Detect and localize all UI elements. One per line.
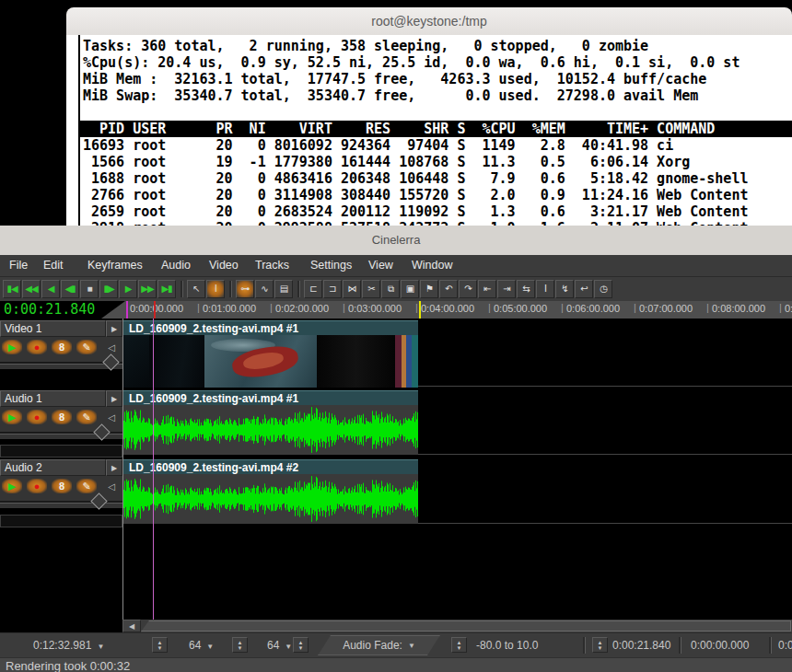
zoom-selection-button[interactable]: Ⅰ bbox=[536, 280, 554, 298]
ruler-label: 0:03:00.000 bbox=[348, 303, 402, 314]
fit-autos-button[interactable]: ⇥ bbox=[497, 280, 516, 298]
track-fade-slider[interactable] bbox=[0, 362, 122, 365]
track-gang-toggle[interactable]: 8 bbox=[52, 479, 72, 493]
terminal-titlebar[interactable]: root@keystone:/tmp bbox=[66, 7, 792, 35]
fast-forward-button[interactable]: ▶▶ bbox=[138, 280, 157, 298]
jump-to-end-button[interactable]: ▶▮ bbox=[157, 280, 176, 298]
playhead-marker[interactable] bbox=[154, 301, 156, 319]
fade-slider-handle[interactable] bbox=[90, 492, 107, 509]
video-clip[interactable]: LD_160909_2.testing-avi.mp4 #1 bbox=[123, 320, 418, 388]
span-keyframes-button[interactable]: ∿ bbox=[255, 280, 274, 298]
undo-icon: ↶ bbox=[445, 284, 451, 294]
audio-clip-2[interactable]: LD_160909_2.testing-avi.mp4 #2 bbox=[123, 459, 418, 524]
selection-start-field[interactable]: 0:00:21.840 bbox=[612, 633, 670, 657]
track-draw-toggle[interactable]: ✎ bbox=[76, 410, 97, 424]
paste-button[interactable]: ▣ bbox=[401, 280, 419, 298]
track-gang-toggle[interactable]: 8 bbox=[52, 410, 72, 424]
timebar-ruler[interactable]: 0:00:00.000|0:01:00.000|0:02:00.000|0:03… bbox=[101, 301, 792, 319]
track-draw-toggle[interactable]: ✎ bbox=[76, 340, 97, 354]
menu-view[interactable]: View bbox=[368, 255, 393, 276]
timeline-hscroll-row: ◀ bbox=[0, 620, 792, 632]
amplitude-zoom-dropdown[interactable]: 64▼ bbox=[189, 633, 214, 657]
menu-audio[interactable]: Audio bbox=[161, 255, 191, 276]
reverse-play-button[interactable]: ◀ bbox=[41, 280, 60, 298]
out-point-button[interactable]: ⊐ bbox=[323, 280, 342, 298]
drag-and-drop-mode-button[interactable]: ↖ bbox=[187, 280, 205, 298]
copy-button[interactable]: ⧉ bbox=[381, 280, 400, 298]
fast-reverse-button[interactable]: ◀◀ bbox=[22, 280, 41, 298]
track-play-toggle[interactable]: ▶ bbox=[2, 479, 22, 493]
timeline-canvas[interactable]: LD_160909_2.testing-avi.mp4 #1 LD_160909… bbox=[123, 319, 792, 620]
fade-slider-handle[interactable] bbox=[93, 423, 110, 440]
track-arm-toggle[interactable]: ● bbox=[27, 410, 47, 424]
menu-settings[interactable]: Settings bbox=[310, 255, 352, 276]
track-arm-toggle[interactable]: ● bbox=[27, 479, 47, 493]
track-draw-toggle[interactable]: ✎ bbox=[76, 479, 97, 493]
track-fade-slider[interactable] bbox=[0, 432, 122, 434]
track-play-toggle[interactable]: ▶ bbox=[2, 340, 22, 354]
cut-button[interactable]: ✂ bbox=[362, 280, 380, 298]
track-arm-toggle[interactable]: ● bbox=[27, 340, 47, 354]
track-mute-toggle[interactable]: ◁ bbox=[101, 340, 122, 354]
lock-labels-button[interactable]: ▤ bbox=[274, 280, 293, 298]
menu-window[interactable]: Window bbox=[412, 255, 452, 276]
mixer-button[interactable]: ↯ bbox=[555, 280, 574, 298]
horizontal-scrollbar[interactable]: ◀ bbox=[122, 620, 792, 632]
ruler-label: 0:00:00.000 bbox=[130, 303, 183, 314]
selection-end-field[interactable]: 0:00:00.000 bbox=[691, 633, 749, 657]
generate-keyframes-button[interactable]: ⊶ bbox=[236, 280, 254, 298]
selection-length-field[interactable]: 0:00 bbox=[778, 633, 792, 657]
fit-selection-button[interactable]: ⇤ bbox=[478, 280, 496, 298]
frame-reverse-button[interactable]: ◀▮ bbox=[61, 280, 79, 298]
attach-transition-button[interactable]: ↩ bbox=[575, 280, 593, 298]
track-height-zoom-tumbler[interactable]: ▲ ▼ bbox=[293, 637, 309, 653]
track-title-input[interactable]: Video 1 bbox=[0, 320, 106, 337]
splice-button[interactable]: ⋈ bbox=[343, 280, 361, 298]
audio-clip-1[interactable]: LD_160909_2.testing-avi.mp4 #1 bbox=[123, 390, 418, 455]
terminal-content[interactable]: Tasks: 360 total, 2 running, 358 sleepin… bbox=[66, 35, 792, 226]
manual-goto-button[interactable]: ◷ bbox=[594, 280, 612, 298]
track-title-expand-button[interactable]: ▶ bbox=[106, 390, 122, 407]
stop-button[interactable]: ■ bbox=[80, 280, 99, 298]
track-play-toggle[interactable]: ▶ bbox=[2, 410, 22, 424]
play-button[interactable]: ▶ bbox=[119, 280, 137, 298]
cut-and-paste-mode-button[interactable]: I bbox=[206, 280, 225, 298]
automation-range-value[interactable]: -80.0 to 10.0 bbox=[476, 633, 538, 657]
scroll-left-button[interactable]: ◀ bbox=[122, 620, 141, 632]
track-title-input[interactable]: Audio 2 bbox=[0, 459, 106, 476]
automation-type-dropdown[interactable]: Audio Fade: ▼ bbox=[318, 635, 440, 655]
menu-edit[interactable]: Edit bbox=[43, 255, 64, 276]
video-thumbnails bbox=[123, 335, 418, 388]
expand-patchbay-button[interactable]: ⇆ bbox=[517, 280, 535, 298]
track-fade-slider[interactable] bbox=[0, 501, 122, 504]
track-title-expand-button[interactable]: ▶ bbox=[106, 459, 122, 476]
undo-button[interactable]: ↶ bbox=[439, 280, 458, 298]
track-mute-toggle[interactable]: ◁ bbox=[101, 410, 122, 424]
toggle-label-button[interactable]: ⚑ bbox=[420, 280, 438, 298]
automation-range-tumbler[interactable]: ▲ ▼ bbox=[451, 637, 467, 653]
frame-reverse-icon: ◀▮ bbox=[64, 284, 75, 294]
rewind-to-start-button[interactable]: ▮◀ bbox=[3, 280, 21, 298]
frame-forward-button[interactable]: ▮▶ bbox=[99, 280, 118, 298]
in-point-button[interactable]: ⊏ bbox=[304, 280, 322, 298]
stop-icon: ■ bbox=[87, 284, 91, 294]
track-title-expand-button[interactable]: ▶ bbox=[106, 320, 122, 337]
menu-keyframes[interactable]: Keyframes bbox=[87, 255, 143, 276]
menu-file[interactable]: File bbox=[9, 255, 28, 276]
duration-zoom-tumbler[interactable]: ▲ ▼ bbox=[152, 637, 168, 653]
track-gang-toggle[interactable]: 8 bbox=[52, 340, 72, 354]
cinelerra-titlebar[interactable]: Cinelerra bbox=[0, 226, 792, 255]
scrollbar-handle[interactable] bbox=[141, 620, 791, 631]
track-mute-toggle[interactable]: ◁ bbox=[101, 479, 122, 493]
fade-slider-handle[interactable] bbox=[102, 353, 119, 370]
audio-waveform bbox=[123, 474, 418, 524]
menu-tracks[interactable]: Tracks bbox=[255, 255, 289, 276]
menu-video[interactable]: Video bbox=[209, 255, 239, 276]
redo-button[interactable]: ↷ bbox=[459, 280, 477, 298]
track-title-input[interactable]: Audio 1 bbox=[0, 390, 106, 407]
track-height-zoom-dropdown[interactable]: 64▼ bbox=[267, 633, 292, 657]
amplitude-zoom-tumbler[interactable]: ▲ ▼ bbox=[232, 637, 248, 653]
selection-tumbler[interactable]: ▲ ▼ bbox=[592, 637, 608, 653]
play-icon: ▶ bbox=[8, 411, 16, 423]
duration-zoom-dropdown[interactable]: 0:12:32.981▼ bbox=[33, 633, 104, 657]
